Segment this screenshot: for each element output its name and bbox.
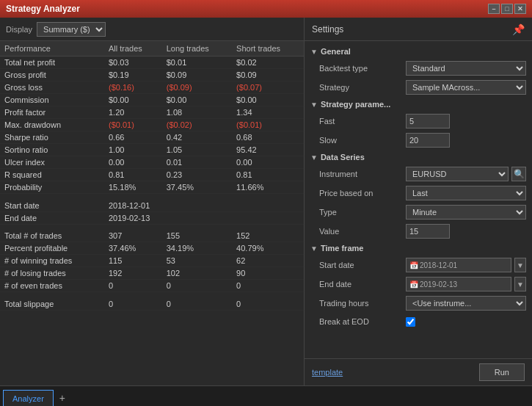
trade-label: # of losing trades xyxy=(0,267,104,280)
slow-input[interactable] xyxy=(406,133,450,148)
date-label: End date xyxy=(0,211,104,224)
row-long: 1.08 xyxy=(162,106,232,119)
close-button[interactable]: ✕ xyxy=(514,4,526,14)
slippage-long: 0 xyxy=(162,298,232,311)
break-at-eod-row: Break at EOD xyxy=(305,313,532,330)
type-select[interactable]: Minute xyxy=(406,205,526,220)
start-date-value: 2018-12-01 xyxy=(420,261,457,269)
value-input[interactable] xyxy=(406,224,450,239)
row-all: ($0.16) xyxy=(104,81,162,94)
col-long-trades: Long trades xyxy=(162,41,232,57)
trade-short: 62 xyxy=(232,255,304,267)
price-based-select[interactable]: Last xyxy=(406,186,526,200)
fast-row: Fast xyxy=(305,112,532,131)
pin-icon[interactable]: 📌 xyxy=(512,23,525,35)
performance-table: Performance All trades Long trades Short… xyxy=(0,41,304,311)
summary-select[interactable]: Summary ($) xyxy=(37,22,106,37)
section-strategy-params-header[interactable]: ▼ Strategy parame... xyxy=(305,97,532,112)
add-tab-button[interactable]: + xyxy=(54,390,71,406)
instrument-select[interactable]: EURUSD xyxy=(406,167,509,181)
toolbar: Display Summary ($) xyxy=(0,18,304,41)
row-all: 0.66 xyxy=(104,131,162,144)
template-link[interactable]: template xyxy=(312,368,343,377)
start-date-picker[interactable]: 📅 2018-12-01 xyxy=(406,258,511,272)
row-all: ($0.01) xyxy=(104,119,162,131)
backtest-type-label: Backtest type xyxy=(319,64,400,73)
row-long: 0.42 xyxy=(162,131,232,144)
row-short: ($0.01) xyxy=(232,119,304,131)
table-container[interactable]: Performance All trades Long trades Short… xyxy=(0,41,304,385)
value-row: Value xyxy=(305,222,532,241)
instrument-search-button[interactable]: 🔍 xyxy=(511,167,526,181)
spacer-row xyxy=(0,194,304,200)
arrow-icon-3: ▼ xyxy=(310,153,318,162)
end-date-chevron[interactable]: ▼ xyxy=(514,277,526,291)
table-row: R squared 0.81 0.23 0.81 xyxy=(0,169,304,181)
row-all: 0.81 xyxy=(104,169,162,181)
run-button[interactable]: Run xyxy=(479,363,525,381)
tab-analyzer-label: Analyzer xyxy=(12,394,44,403)
maximize-button[interactable]: □ xyxy=(501,4,513,14)
trade-long: 0 xyxy=(162,280,232,292)
start-date-control: 📅 2018-12-01 ▼ xyxy=(406,258,526,272)
trade-all: 307 xyxy=(104,230,162,242)
trade-short: 0 xyxy=(232,280,304,292)
window-title: Strategy Analyzer xyxy=(6,4,80,14)
row-long: 1.05 xyxy=(162,144,232,156)
date-value: 2019-02-13 xyxy=(104,211,304,224)
table-row: Probability 15.18% 37.45% 11.66% xyxy=(0,181,304,194)
section-general-header[interactable]: ▼ General xyxy=(305,44,532,59)
table-row: Gross profit $0.19 $0.09 $0.09 xyxy=(0,69,304,81)
section-data-series-header[interactable]: ▼ Data Series xyxy=(305,150,532,164)
trading-hours-select[interactable]: <Use instrume... xyxy=(406,296,526,311)
break-at-eod-checkbox[interactable] xyxy=(406,317,415,327)
row-all: 1.00 xyxy=(104,144,162,156)
start-date-chevron[interactable]: ▼ xyxy=(514,258,526,272)
price-based-control: Last xyxy=(406,186,526,200)
trade-all: 37.46% xyxy=(104,242,162,255)
row-short: 0.68 xyxy=(232,131,304,144)
fast-input[interactable] xyxy=(406,114,450,128)
backtest-type-select[interactable]: Standard xyxy=(406,61,526,76)
arrow-icon: ▼ xyxy=(310,48,318,56)
section-time-frame-header[interactable]: ▼ Time frame xyxy=(305,241,532,255)
fast-control xyxy=(406,114,526,128)
backtest-type-row: Backtest type Standard xyxy=(305,59,532,78)
trade-long: 34.19% xyxy=(162,242,232,255)
trade-label: Total # of trades xyxy=(0,230,104,242)
minimize-button[interactable]: – xyxy=(488,4,500,14)
table-row: Sharpe ratio 0.66 0.42 0.68 xyxy=(0,131,304,144)
row-all: $0.00 xyxy=(104,94,162,106)
trade-label: # of winning trades xyxy=(0,255,104,267)
row-long: $0.01 xyxy=(162,57,232,69)
start-date-label: Start date xyxy=(319,261,400,269)
instrument-label: Instrument xyxy=(319,170,400,178)
price-based-label: Price based on xyxy=(319,189,400,197)
col-performance: Performance xyxy=(0,41,104,57)
fast-label: Fast xyxy=(319,117,400,126)
strategy-control: Sample MAcross... xyxy=(406,80,526,95)
type-control: Minute xyxy=(406,205,526,220)
row-label: Max. drawdown xyxy=(0,119,104,131)
slow-row: Slow xyxy=(305,131,532,150)
row-short: 0.81 xyxy=(232,169,304,181)
break-at-eod-label: Break at EOD xyxy=(319,317,400,326)
strategy-select[interactable]: Sample MAcross... xyxy=(406,80,526,95)
settings-body[interactable]: ▼ General Backtest type Standard Strateg… xyxy=(305,41,532,358)
row-long: $0.09 xyxy=(162,69,232,81)
trade-all: 115 xyxy=(104,255,162,267)
start-date-row: Start date 📅 2018-12-01 ▼ xyxy=(305,255,532,275)
trade-short: 90 xyxy=(232,267,304,280)
row-label: Sharpe ratio xyxy=(0,131,104,144)
tab-analyzer[interactable]: Analyzer xyxy=(3,390,54,406)
row-short: $0.02 xyxy=(232,57,304,69)
end-date-picker[interactable]: 📅 2019-02-13 xyxy=(406,277,511,291)
row-long: ($0.09) xyxy=(162,81,232,94)
spacer-row-3 xyxy=(0,292,304,298)
trade-row: # of winning trades 115 53 62 xyxy=(0,255,304,267)
table-row: Ulcer index 0.00 0.01 0.00 xyxy=(0,156,304,169)
row-short: ($0.07) xyxy=(232,81,304,94)
backtest-type-control: Standard xyxy=(406,61,526,76)
date-row: End date 2019-02-13 xyxy=(0,211,304,224)
end-date-label: End date xyxy=(319,280,400,289)
